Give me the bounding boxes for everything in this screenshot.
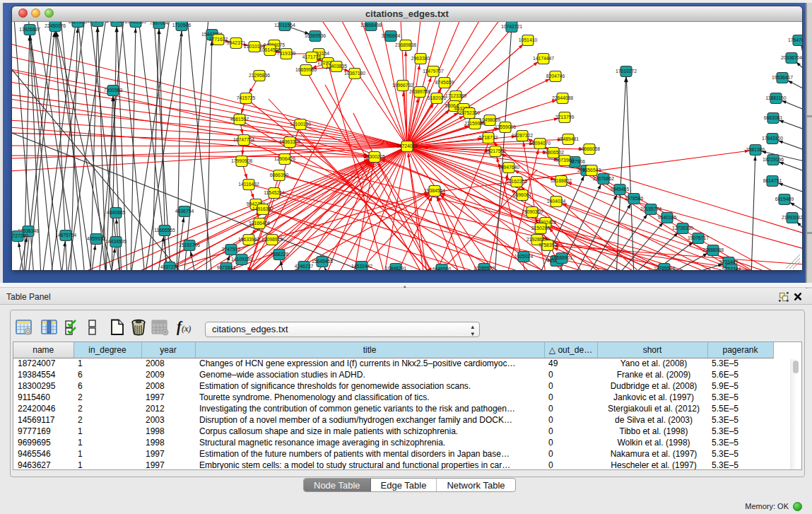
svg-text:8614751: 8614751 xyxy=(763,178,782,183)
svg-text:11479707: 11479707 xyxy=(423,69,444,74)
svg-text:14532442: 14532442 xyxy=(351,264,372,269)
svg-text:19966732: 19966732 xyxy=(392,83,413,88)
svg-text:19633942: 19633942 xyxy=(238,237,259,242)
svg-text:19536417: 19536417 xyxy=(772,75,793,80)
svg-text:10367180: 10367180 xyxy=(344,71,365,76)
svg-text:7415725: 7415725 xyxy=(237,95,256,100)
svg-text:18188802: 18188802 xyxy=(551,178,572,183)
svg-text:9540165: 9540165 xyxy=(658,215,677,220)
svg-text:1025024: 1025024 xyxy=(514,254,534,259)
svg-text:23300205: 23300205 xyxy=(364,154,385,159)
svg-text:4837276: 4837276 xyxy=(160,264,180,269)
svg-text:17610272: 17610272 xyxy=(616,69,637,74)
svg-text:17123389: 17123389 xyxy=(445,93,466,98)
svg-text:13559006: 13559006 xyxy=(495,124,516,129)
svg-text:15192706: 15192706 xyxy=(179,243,200,247)
svg-text:14116432: 14116432 xyxy=(238,182,259,187)
svg-text:6019469: 6019469 xyxy=(775,197,794,201)
svg-text:4840865: 4840865 xyxy=(107,210,126,215)
svg-text:11545214: 11545214 xyxy=(264,190,285,195)
svg-text:20155774: 20155774 xyxy=(640,206,661,211)
svg-text:9073841: 9073841 xyxy=(217,265,236,270)
svg-text:18287322: 18287322 xyxy=(512,133,533,138)
svg-text:17643100: 17643100 xyxy=(762,136,783,141)
svg-text:19217502: 19217502 xyxy=(485,148,506,153)
svg-text:6663061: 6663061 xyxy=(764,115,783,120)
svg-text:8204746: 8204746 xyxy=(546,74,565,78)
svg-text:7300983: 7300983 xyxy=(104,88,123,93)
svg-text:1051410: 1051410 xyxy=(519,37,538,42)
svg-text:16747754: 16747754 xyxy=(233,137,254,142)
svg-text:5718732: 5718732 xyxy=(479,135,498,140)
svg-text:22888088: 22888088 xyxy=(702,247,724,252)
svg-text:7758393: 7758393 xyxy=(539,243,558,247)
svg-text:18219196: 18219196 xyxy=(763,157,784,162)
svg-text:8745659: 8745659 xyxy=(435,80,454,85)
svg-text:14947640: 14947640 xyxy=(498,165,519,170)
svg-text:1404034: 1404034 xyxy=(547,199,566,204)
svg-text:3978586: 3978586 xyxy=(625,196,644,201)
svg-text:21159980: 21159980 xyxy=(464,121,486,126)
svg-text:3747912: 3747912 xyxy=(222,247,241,252)
svg-text:16094070: 16094070 xyxy=(529,141,551,146)
svg-text:2963380: 2963380 xyxy=(411,56,430,61)
svg-text:4636754: 4636754 xyxy=(175,209,194,214)
svg-text:21689838: 21689838 xyxy=(395,42,416,47)
svg-text:20465369: 20465369 xyxy=(125,22,146,24)
svg-text:13868498: 13868498 xyxy=(360,23,382,28)
svg-text:14434595: 14434595 xyxy=(105,239,126,244)
svg-text:3581386: 3581386 xyxy=(746,147,765,152)
svg-text:14875754: 14875754 xyxy=(55,233,76,238)
svg-text:14098913: 14098913 xyxy=(261,237,283,242)
svg-text:20389758: 20389758 xyxy=(409,89,430,94)
svg-text:12906426: 12906426 xyxy=(274,156,295,161)
svg-text:6648500: 6648500 xyxy=(433,267,452,270)
svg-text:14174447: 14174447 xyxy=(533,56,554,61)
svg-text:4059932: 4059932 xyxy=(87,236,106,241)
svg-text:1710506: 1710506 xyxy=(172,23,192,28)
svg-text:16588901: 16588901 xyxy=(551,255,572,260)
svg-text:10285577: 10285577 xyxy=(473,266,495,270)
svg-text:10848291: 10848291 xyxy=(385,266,406,270)
svg-text:18724007: 18724007 xyxy=(396,144,418,148)
svg-text:19384554: 19384554 xyxy=(424,188,445,193)
svg-text:2150285: 2150285 xyxy=(531,226,551,230)
svg-text:11665555: 11665555 xyxy=(154,228,175,233)
svg-text:20336704: 20336704 xyxy=(781,55,802,60)
svg-text:9942371: 9942371 xyxy=(227,40,246,45)
svg-text:13727280: 13727280 xyxy=(12,233,28,238)
svg-text:12806502: 12806502 xyxy=(543,150,564,155)
svg-text:21993082: 21993082 xyxy=(782,215,802,220)
svg-text:9753344: 9753344 xyxy=(722,267,741,270)
svg-text:13926687: 13926687 xyxy=(19,27,40,32)
svg-text:19076717: 19076717 xyxy=(688,235,709,240)
svg-text:17647662: 17647662 xyxy=(788,37,802,42)
svg-text:15489481: 15489481 xyxy=(558,136,579,141)
svg-text:3296604: 3296604 xyxy=(382,33,401,38)
svg-text:14370557: 14370557 xyxy=(106,22,127,23)
svg-text:6027285: 6027285 xyxy=(69,22,88,24)
svg-text:4246237: 4246237 xyxy=(295,264,314,269)
svg-text:17990908: 17990908 xyxy=(231,158,252,163)
svg-text:2771632: 2771632 xyxy=(209,37,228,42)
svg-text:4171776: 4171776 xyxy=(302,54,322,59)
svg-text:10666058: 10666058 xyxy=(579,146,600,151)
svg-text:10742721: 10742721 xyxy=(501,24,522,29)
svg-text:10166406: 10166406 xyxy=(249,221,270,226)
svg-text:6666390: 6666390 xyxy=(270,173,289,177)
svg-text:4661597: 4661597 xyxy=(230,117,249,122)
svg-text:12011564: 12011564 xyxy=(274,23,295,28)
svg-text:13090360: 13090360 xyxy=(522,209,543,214)
svg-text:16369536: 16369536 xyxy=(305,33,326,38)
svg-text:14109180: 14109180 xyxy=(231,257,252,262)
svg-text:16659965: 16659965 xyxy=(295,67,317,72)
svg-text:7997004: 7997004 xyxy=(150,22,169,25)
svg-text:9073960: 9073960 xyxy=(555,158,575,163)
svg-text:9845465: 9845465 xyxy=(611,187,630,192)
svg-text:19752350: 19752350 xyxy=(459,110,480,115)
svg-text:22644088: 22644088 xyxy=(552,95,573,100)
svg-text:6696061: 6696061 xyxy=(513,192,532,197)
svg-text:16414779: 16414779 xyxy=(87,22,108,23)
svg-text:22450076: 22450076 xyxy=(45,23,66,28)
svg-text:5182026: 5182026 xyxy=(428,95,447,100)
